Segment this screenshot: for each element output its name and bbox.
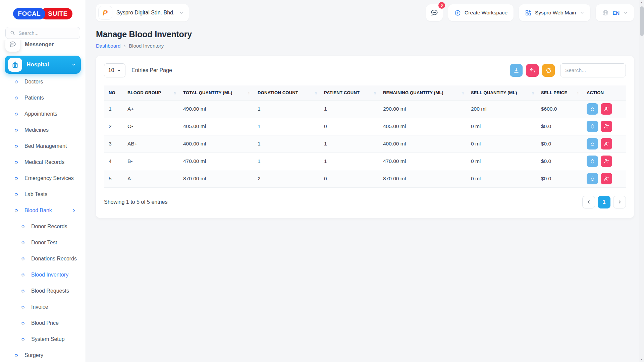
assign-patient-button[interactable]: [601, 156, 612, 167]
sidebar-item-label: Patients: [24, 95, 44, 101]
chevron-right-icon: [618, 200, 622, 204]
sidebar-item-messenger[interactable]: Messenger: [0, 40, 86, 52]
undo-button[interactable]: [526, 64, 539, 77]
sidebar-menu: Messenger Hospital DoctorsPatientsAppoin…: [0, 40, 86, 362]
sidebar-item-label: Hospital: [26, 61, 66, 68]
blood-bank-submenu: Donor RecordsDonor TestDonations Records…: [0, 219, 86, 347]
globe-icon: [602, 9, 609, 16]
sidebar-item-donations-records[interactable]: Donations Records: [0, 251, 86, 267]
pagination: 1: [582, 196, 626, 208]
column-header-sell-price[interactable]: SELL PRICE↑↓: [536, 85, 582, 100]
column-header-blood-group[interactable]: BLOOD GROUP↑↓: [123, 85, 178, 100]
column-header-donation-count[interactable]: DONATION COUNT↑↓: [253, 85, 319, 100]
previous-page-button[interactable]: [582, 196, 595, 208]
column-header-patient-count[interactable]: PATIENT COUNT↑↓: [319, 85, 378, 100]
table-search-input[interactable]: [560, 63, 626, 77]
sidebar-item-doctors[interactable]: Doctors: [0, 74, 86, 90]
cell-donation-count: 1: [253, 135, 319, 153]
refresh-button[interactable]: [542, 64, 555, 77]
cell-sell-quantity: 0 ml: [466, 170, 536, 187]
sidebar-item-medical-records[interactable]: Medical Records: [0, 154, 86, 170]
sort-icon[interactable]: ↑↓: [529, 91, 534, 95]
sidebar-item-system-setup[interactable]: System Setup: [0, 331, 86, 347]
sidebar-item-blood-inventory[interactable]: Blood Inventory: [0, 267, 86, 283]
sort-icon[interactable]: ↑↓: [246, 91, 250, 95]
issue-blood-button[interactable]: [587, 121, 598, 132]
sidebar-item-surgery[interactable]: Surgery: [0, 347, 86, 362]
column-header-remaining-quantity-ml-[interactable]: REMAINING QUANTITY (ML)↑↓: [378, 85, 466, 100]
sort-icon[interactable]: ↑↓: [371, 91, 376, 95]
company-selector[interactable]: P Syspro Digital Sdn. Bhd.: [96, 4, 189, 21]
bullet-icon: [21, 321, 25, 325]
sidebar-item-label: Donations Records: [31, 256, 77, 262]
sidebar-item-label: Bed Management: [24, 143, 67, 149]
sidebar-item-blood-requests[interactable]: Blood Requests: [0, 283, 86, 299]
sidebar-item-emergency-services[interactable]: Emergency Services: [0, 170, 86, 186]
cell-patient-count: 1: [319, 135, 378, 153]
table-row: 2O-405.00 ml10405.00 ml0 ml$0.0: [104, 118, 626, 135]
sidebar-item-blood-price[interactable]: Blood Price: [0, 315, 86, 331]
sidebar-item-label: Blood Requests: [31, 288, 69, 294]
assign-patient-button[interactable]: [601, 103, 612, 115]
issue-blood-button[interactable]: [587, 138, 598, 149]
assign-patient-button[interactable]: [601, 138, 612, 149]
column-header-total-quantity-ml-[interactable]: TOTAL QUANTITY (ML)↑↓: [178, 85, 253, 100]
download-icon: [513, 67, 520, 74]
main-content: P Syspro Digital Sdn. Bhd. 0 Create Work…: [86, 0, 644, 218]
issue-blood-button[interactable]: [587, 103, 598, 115]
entries-per-page-label: Entries Per Page: [131, 67, 172, 73]
chat-button[interactable]: 0: [426, 4, 443, 21]
language-selector[interactable]: EN: [596, 4, 634, 21]
sidebar-item-appointments[interactable]: Appointments: [0, 106, 86, 122]
cell-no: 5: [104, 170, 123, 187]
blood-inventory-table: NOBLOOD GROUP↑↓TOTAL QUANTITY (ML)↑↓DONA…: [104, 85, 626, 188]
breadcrumb-dashboard-link[interactable]: Dashboard: [96, 43, 120, 49]
assign-patient-button[interactable]: [601, 121, 612, 132]
export-download-button[interactable]: [510, 64, 523, 77]
cell-blood-group: O-: [123, 118, 178, 135]
sidebar-item-label: System Setup: [31, 336, 65, 342]
bullet-icon: [14, 96, 18, 100]
sidebar-search-input[interactable]: [18, 30, 85, 36]
logo-suite: SUITE: [41, 8, 72, 19]
sidebar-item-hospital[interactable]: Hospital: [5, 56, 81, 74]
workspace-selector[interactable]: Syspro Web Main: [519, 4, 590, 21]
sidebar-item-bed-management[interactable]: Bed Management: [0, 138, 86, 154]
svg-text:P: P: [103, 9, 108, 17]
sort-icon[interactable]: ↑↓: [459, 91, 464, 95]
page-scrollbar[interactable]: ▲ ▼: [639, 0, 644, 362]
assign-patient-button[interactable]: [601, 173, 612, 184]
create-workspace-button[interactable]: Create Workspace: [448, 4, 514, 21]
sidebar-item-invoice[interactable]: Invoice: [0, 299, 86, 315]
next-page-button[interactable]: [613, 196, 626, 208]
refresh-icon: [545, 67, 552, 74]
sidebar-item-donor-test[interactable]: Donor Test: [0, 235, 86, 251]
sidebar-item-lab-tests[interactable]: Lab Tests: [0, 186, 86, 202]
scroll-down-arrow[interactable]: ▼: [639, 357, 644, 362]
column-header-sell-quantity-ml-[interactable]: SELL QUANTITY (ML)↑↓: [466, 85, 536, 100]
issue-blood-button[interactable]: [587, 156, 598, 167]
scroll-up-arrow[interactable]: ▲: [639, 0, 644, 5]
hospital-icon: [8, 58, 22, 72]
sidebar-item-label: Emergency Services: [24, 175, 74, 181]
droplet-icon: [590, 124, 595, 129]
breadcrumb-current: Blood Inventory: [129, 43, 164, 49]
bullet-icon: [21, 241, 25, 245]
issue-blood-button[interactable]: [587, 173, 598, 184]
sort-icon[interactable]: ↑↓: [575, 91, 579, 95]
sidebar-item-patients[interactable]: Patients: [0, 90, 86, 106]
table-header-row: NOBLOOD GROUP↑↓TOTAL QUANTITY (ML)↑↓DONA…: [104, 85, 626, 100]
language-code: EN: [612, 10, 620, 16]
page-number-button[interactable]: 1: [598, 196, 610, 208]
scrollbar-thumb[interactable]: [640, 6, 644, 36]
droplet-icon: [590, 141, 595, 147]
entries-per-page-select[interactable]: 10: [104, 63, 125, 77]
sort-icon[interactable]: ↑↓: [312, 91, 317, 95]
sidebar-search[interactable]: [5, 27, 80, 39]
toolbar-actions: [506, 63, 626, 77]
sidebar-item-donor-records[interactable]: Donor Records: [0, 219, 86, 235]
cell-total-quantity: 490.00 ml: [178, 100, 253, 118]
sort-icon[interactable]: ↑↓: [171, 91, 176, 95]
sidebar-item-blood-bank[interactable]: Blood Bank: [0, 202, 86, 219]
sidebar-item-medicines[interactable]: Medicines: [0, 122, 86, 138]
